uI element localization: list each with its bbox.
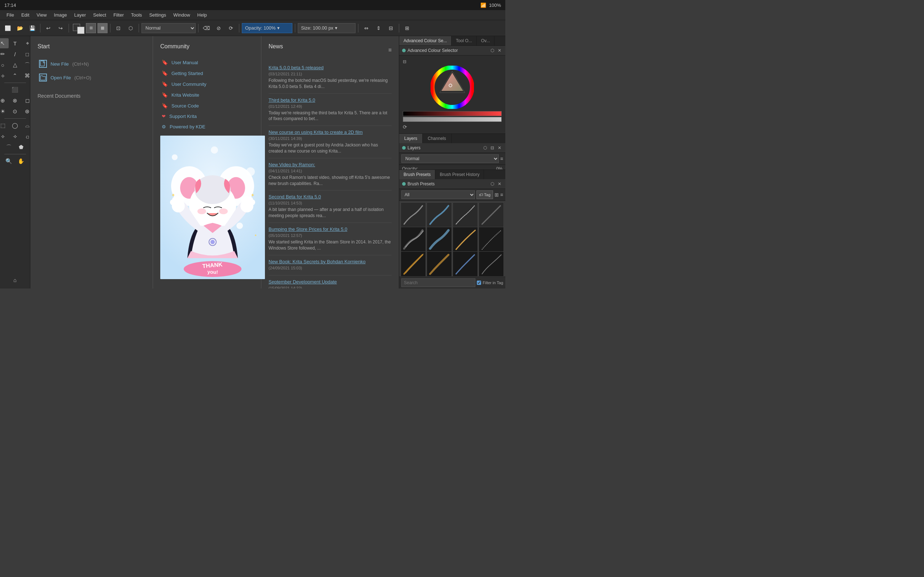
tab-channels[interactable]: Channels	[423, 134, 452, 143]
brush-list-view-button[interactable]: ≡	[500, 192, 503, 198]
brush-thumb-7[interactable]	[478, 227, 504, 252]
menu-image[interactable]: Image	[50, 11, 70, 19]
menu-tools[interactable]: Tools	[128, 11, 145, 19]
brush-thumb-5[interactable]	[426, 227, 452, 252]
brush-panel-detach[interactable]: ⬡	[489, 181, 495, 187]
crop-tool[interactable]: ⌖	[22, 38, 31, 48]
gamut-mask-button[interactable]: ⊟	[403, 59, 406, 64]
rect-tool[interactable]: □	[22, 49, 31, 59]
open-file-link[interactable]: Open File (Ctrl+O)	[37, 71, 145, 84]
menu-help[interactable]: Help	[194, 11, 211, 19]
news-item-1[interactable]: Third beta for Krita 5.0 (01/12/2021 12:…	[268, 94, 392, 126]
tab-tool-options[interactable]: Tool O...	[452, 36, 477, 45]
color-panel-close[interactable]: ✕	[497, 48, 502, 53]
bezier-sel[interactable]: ⌒	[3, 142, 15, 152]
fill-tool[interactable]: ⬛	[10, 85, 21, 95]
community-link-manual[interactable]: 🔖 User Manual	[160, 57, 254, 68]
refresh-color-button[interactable]: ⟳	[403, 124, 407, 130]
color-swatch-container[interactable]	[71, 23, 84, 34]
filter-in-tag-checkbox[interactable]	[477, 280, 481, 285]
rectangle-select-tool[interactable]: ⬚	[0, 121, 9, 131]
news-item-5[interactable]: Bumping the Store Prices for Krita 5.0 (…	[268, 223, 392, 255]
tag-filter-button[interactable]: 🏷 Tag	[477, 190, 493, 199]
canvas-options-button[interactable]: ⊞	[402, 23, 412, 34]
tab-brush-history[interactable]: Brush Preset History	[435, 170, 484, 179]
brush-search-input[interactable]	[401, 279, 475, 287]
brush-preset-button[interactable]: ⊡	[113, 23, 124, 34]
tab-layers[interactable]: Layers	[399, 134, 423, 143]
new-window-button[interactable]: ⬜	[2, 23, 13, 34]
contiguous-sel[interactable]: ⟡	[0, 131, 9, 141]
path-select[interactable]: ⌘	[22, 71, 31, 81]
color-fill-button[interactable]: ⬡	[125, 23, 136, 34]
layers-filter-button[interactable]: ⊟	[489, 145, 495, 151]
brush-thumb-1[interactable]	[426, 202, 452, 227]
brush-filter-select[interactable]: All	[401, 190, 475, 199]
eraser-button[interactable]: ⌫	[201, 23, 212, 34]
brush-thumb-2[interactable]	[452, 202, 478, 227]
news-item-0[interactable]: Krita 5.0.0 beta 5 released (03/12/2021 …	[268, 61, 392, 94]
mirror-h-button[interactable]: ⇔	[361, 23, 372, 34]
news-item-3[interactable]: New Video by Ramon: (04/11/2021 14:41) C…	[268, 158, 392, 191]
freehand-select[interactable]: ⌃	[10, 71, 21, 81]
layers-blend-select[interactable]: Normal Multiply Screen	[401, 154, 499, 163]
tab-brush-presets[interactable]: Brush Presets	[399, 170, 435, 179]
color-wheel[interactable]	[431, 66, 474, 109]
wrap-button[interactable]: ⊟	[386, 23, 396, 34]
magnetic-sel[interactable]: ⟤	[22, 131, 31, 141]
menu-window[interactable]: Window	[170, 11, 194, 19]
community-link-source[interactable]: 🔖 Source Code	[160, 100, 254, 111]
smart-patch-tool[interactable]: ⊕	[0, 95, 9, 106]
menu-settings[interactable]: Settings	[145, 11, 170, 19]
new-file-link[interactable]: New File (Ctrl+N)	[37, 57, 145, 71]
community-link-kde[interactable]: ⚙ Powered by KDE	[160, 121, 254, 132]
lasso-select-tool[interactable]: ⌓	[22, 121, 31, 131]
brush-thumb-4[interactable]	[401, 227, 426, 252]
pan-tool[interactable]: ✋	[16, 156, 27, 166]
ellipse-select-tool[interactable]: ◯	[10, 121, 21, 131]
blend-mode-select[interactable]: Normal Multiply Screen Overlay	[142, 23, 195, 33]
bezier-tool[interactable]: ⌒	[22, 60, 31, 70]
open-button[interactable]: 📂	[15, 23, 25, 34]
blur-tool[interactable]: ⊙	[10, 106, 21, 116]
menu-view[interactable]: View	[33, 11, 50, 19]
reload-button[interactable]: ⟳	[226, 23, 236, 34]
menu-select[interactable]: Select	[89, 11, 110, 19]
transform-tool[interactable]: T	[10, 38, 21, 48]
line-tool[interactable]: /	[10, 49, 21, 59]
layers-panel-detach[interactable]: ⬡	[482, 145, 488, 151]
community-link-website[interactable]: 🔖 Krita Website	[160, 89, 254, 100]
ellipse-tool[interactable]: ○	[0, 60, 9, 70]
brush-thumb-8[interactable]	[401, 251, 426, 277]
news-item-7[interactable]: September Development Update (15/09/2021…	[268, 276, 392, 288]
menu-file[interactable]: File	[3, 11, 18, 19]
news-item-4[interactable]: Second Beta for Krita 5.0 (11/10/2021 14…	[268, 190, 392, 223]
community-link-getting-started[interactable]: 🔖 Getting Started	[160, 68, 254, 79]
color-panel-detach[interactable]: ⬡	[489, 48, 495, 53]
brush-thumb-10[interactable]	[452, 251, 478, 277]
brush-panel-close[interactable]: ✕	[497, 181, 502, 187]
menu-layer[interactable]: Layer	[70, 11, 89, 19]
status-button[interactable]: ⌂	[10, 275, 21, 285]
menu-filter[interactable]: Filter	[110, 11, 128, 19]
zoom-tool[interactable]: 🔍	[3, 156, 15, 166]
hue-bar[interactable]	[403, 111, 502, 116]
gradient-swatch[interactable]: ▦	[97, 23, 108, 33]
layers-options-button[interactable]: ≡	[500, 156, 503, 161]
news-item-2[interactable]: New course on using Krita to create a 2D…	[268, 126, 392, 158]
poly-sel[interactable]: ⬟	[16, 142, 27, 152]
pattern-swatch[interactable]: ⊞	[86, 23, 96, 33]
undo-button[interactable]: ↩	[43, 23, 54, 34]
contiguous-select[interactable]: ⟡	[0, 71, 9, 81]
mirror-v-button[interactable]: ⇕	[373, 23, 384, 34]
layers-panel-close[interactable]: ✕	[497, 145, 502, 151]
colorize-tool[interactable]: ⊛	[22, 106, 31, 116]
redo-button[interactable]: ↪	[55, 23, 66, 34]
brush-thumb-6[interactable]	[452, 227, 478, 252]
news-item-6[interactable]: New Book: Krita Secrets by Bohdan Kornie…	[268, 255, 392, 276]
brush-thumb-9[interactable]	[426, 251, 452, 277]
news-menu-button[interactable]: ≡	[388, 47, 392, 53]
select-tool[interactable]: ↖	[0, 38, 9, 48]
community-link-community[interactable]: 🔖 User Community	[160, 79, 254, 89]
tab-overview[interactable]: Ov...	[477, 36, 494, 45]
